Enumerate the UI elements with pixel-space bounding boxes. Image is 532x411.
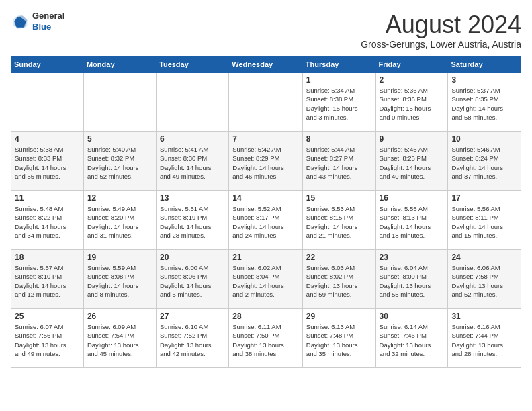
day-number: 31 xyxy=(451,312,517,321)
title-section: August 2024 Gross-Gerungs, Lower Austria… xyxy=(361,11,521,50)
day-number: 11 xyxy=(15,193,80,203)
logo-blue-text: Blue xyxy=(32,21,64,32)
calendar-cell xyxy=(229,73,303,132)
day-number: 26 xyxy=(87,312,152,321)
day-info: Sunrise: 5:55 AM Sunset: 8:13 PM Dayligh… xyxy=(380,204,445,240)
day-info: Sunrise: 6:02 AM Sunset: 8:04 PM Dayligh… xyxy=(232,263,299,299)
day-info: Sunrise: 5:44 AM Sunset: 8:27 PM Dayligh… xyxy=(306,145,372,181)
day-info: Sunrise: 5:42 AM Sunset: 8:29 PM Dayligh… xyxy=(232,145,299,181)
day-info: Sunrise: 5:37 AM Sunset: 8:35 PM Dayligh… xyxy=(451,86,517,122)
page-container: General Blue August 2024 Gross-Gerungs, … xyxy=(11,11,521,368)
calendar-cell: 6Sunrise: 5:41 AM Sunset: 8:30 PM Daylig… xyxy=(157,132,229,191)
calendar-cell: 3Sunrise: 5:37 AM Sunset: 8:35 PM Daylig… xyxy=(448,73,521,132)
calendar-cell: 22Sunrise: 6:03 AM Sunset: 8:02 PM Dayli… xyxy=(302,250,375,309)
day-number: 30 xyxy=(380,312,445,321)
day-info: Sunrise: 6:07 AM Sunset: 7:56 PM Dayligh… xyxy=(15,322,80,358)
day-number: 9 xyxy=(380,134,445,144)
calendar-cell: 4Sunrise: 5:38 AM Sunset: 8:33 PM Daylig… xyxy=(11,132,84,191)
subtitle: Gross-Gerungs, Lower Austria, Austria xyxy=(361,39,521,50)
day-number: 29 xyxy=(306,312,372,321)
day-info: Sunrise: 5:48 AM Sunset: 8:22 PM Dayligh… xyxy=(15,204,80,240)
day-info: Sunrise: 6:09 AM Sunset: 7:54 PM Dayligh… xyxy=(87,322,152,358)
day-info: Sunrise: 5:36 AM Sunset: 8:36 PM Dayligh… xyxy=(380,86,445,122)
day-info: Sunrise: 6:00 AM Sunset: 8:06 PM Dayligh… xyxy=(160,263,225,299)
day-number: 28 xyxy=(232,312,299,321)
day-number: 27 xyxy=(160,312,225,321)
day-info: Sunrise: 5:45 AM Sunset: 8:25 PM Dayligh… xyxy=(380,145,445,181)
calendar-cell: 10Sunrise: 5:46 AM Sunset: 8:24 PM Dayli… xyxy=(448,132,521,191)
calendar-cell: 30Sunrise: 6:14 AM Sunset: 7:46 PM Dayli… xyxy=(375,309,448,368)
day-number: 8 xyxy=(306,134,372,144)
calendar-cell: 14Sunrise: 5:52 AM Sunset: 8:17 PM Dayli… xyxy=(229,191,303,250)
logo: General Blue xyxy=(11,11,64,32)
main-title: August 2024 xyxy=(361,11,521,39)
calendar-cell: 26Sunrise: 6:09 AM Sunset: 7:54 PM Dayli… xyxy=(83,309,156,368)
calendar-cell xyxy=(83,73,156,132)
calendar-cell: 11Sunrise: 5:48 AM Sunset: 8:22 PM Dayli… xyxy=(11,191,84,250)
day-info: Sunrise: 5:59 AM Sunset: 8:08 PM Dayligh… xyxy=(87,263,152,299)
logo-text: General Blue xyxy=(32,11,64,32)
day-number: 25 xyxy=(15,312,80,321)
calendar-cell: 7Sunrise: 5:42 AM Sunset: 8:29 PM Daylig… xyxy=(229,132,303,191)
calendar-cell: 16Sunrise: 5:55 AM Sunset: 8:13 PM Dayli… xyxy=(375,191,448,250)
calendar-table: SundayMondayTuesdayWednesdayThursdayFrid… xyxy=(11,56,521,368)
day-info: Sunrise: 5:46 AM Sunset: 8:24 PM Dayligh… xyxy=(451,145,517,181)
calendar-header-row: SundayMondayTuesdayWednesdayThursdayFrid… xyxy=(11,57,521,73)
calendar-cell: 1Sunrise: 5:34 AM Sunset: 8:38 PM Daylig… xyxy=(302,73,375,132)
logo-icon xyxy=(11,12,30,31)
day-number: 13 xyxy=(160,193,225,203)
day-number: 2 xyxy=(380,75,445,85)
day-info: Sunrise: 5:56 AM Sunset: 8:11 PM Dayligh… xyxy=(451,204,517,240)
weekday-header-tuesday: Tuesday xyxy=(157,57,229,73)
calendar-cell: 19Sunrise: 5:59 AM Sunset: 8:08 PM Dayli… xyxy=(83,250,156,309)
day-info: Sunrise: 5:38 AM Sunset: 8:33 PM Dayligh… xyxy=(15,145,80,181)
day-number: 12 xyxy=(87,193,152,203)
day-number: 16 xyxy=(380,193,445,203)
logo-general-text: General xyxy=(32,11,64,21)
day-number: 10 xyxy=(451,134,517,144)
day-info: Sunrise: 5:52 AM Sunset: 8:17 PM Dayligh… xyxy=(232,204,299,240)
day-number: 22 xyxy=(306,253,372,262)
calendar-cell: 27Sunrise: 6:10 AM Sunset: 7:52 PM Dayli… xyxy=(157,309,229,368)
day-number: 23 xyxy=(380,253,445,262)
day-number: 21 xyxy=(232,253,299,262)
day-info: Sunrise: 5:51 AM Sunset: 8:19 PM Dayligh… xyxy=(160,204,225,240)
calendar-cell xyxy=(157,73,229,132)
day-info: Sunrise: 6:03 AM Sunset: 8:02 PM Dayligh… xyxy=(306,263,372,299)
header: General Blue August 2024 Gross-Gerungs, … xyxy=(11,11,521,50)
weekday-header-sunday: Sunday xyxy=(11,57,84,73)
calendar-week-row: 1Sunrise: 5:34 AM Sunset: 8:38 PM Daylig… xyxy=(11,73,521,132)
day-number: 4 xyxy=(15,134,80,144)
day-info: Sunrise: 5:57 AM Sunset: 8:10 PM Dayligh… xyxy=(15,263,80,299)
day-number: 15 xyxy=(306,193,372,203)
calendar-cell: 9Sunrise: 5:45 AM Sunset: 8:25 PM Daylig… xyxy=(375,132,448,191)
calendar-cell xyxy=(11,73,84,132)
day-info: Sunrise: 5:41 AM Sunset: 8:30 PM Dayligh… xyxy=(160,145,225,181)
calendar-cell: 29Sunrise: 6:13 AM Sunset: 7:48 PM Dayli… xyxy=(302,309,375,368)
weekday-header-friday: Friday xyxy=(375,57,448,73)
day-info: Sunrise: 5:34 AM Sunset: 8:38 PM Dayligh… xyxy=(306,86,372,122)
day-number: 3 xyxy=(451,75,517,85)
calendar-cell: 24Sunrise: 6:06 AM Sunset: 7:58 PM Dayli… xyxy=(448,250,521,309)
day-info: Sunrise: 6:04 AM Sunset: 8:00 PM Dayligh… xyxy=(380,263,445,299)
day-info: Sunrise: 6:13 AM Sunset: 7:48 PM Dayligh… xyxy=(306,322,372,358)
calendar-week-row: 11Sunrise: 5:48 AM Sunset: 8:22 PM Dayli… xyxy=(11,191,521,250)
day-info: Sunrise: 5:49 AM Sunset: 8:20 PM Dayligh… xyxy=(87,204,152,240)
calendar-cell: 12Sunrise: 5:49 AM Sunset: 8:20 PM Dayli… xyxy=(83,191,156,250)
weekday-header-wednesday: Wednesday xyxy=(229,57,303,73)
calendar-cell: 23Sunrise: 6:04 AM Sunset: 8:00 PM Dayli… xyxy=(375,250,448,309)
calendar-cell: 17Sunrise: 5:56 AM Sunset: 8:11 PM Dayli… xyxy=(448,191,521,250)
calendar-cell: 15Sunrise: 5:53 AM Sunset: 8:15 PM Dayli… xyxy=(302,191,375,250)
day-info: Sunrise: 6:10 AM Sunset: 7:52 PM Dayligh… xyxy=(160,322,225,358)
day-info: Sunrise: 5:40 AM Sunset: 8:32 PM Dayligh… xyxy=(87,145,152,181)
day-info: Sunrise: 6:14 AM Sunset: 7:46 PM Dayligh… xyxy=(380,322,445,358)
calendar-cell: 13Sunrise: 5:51 AM Sunset: 8:19 PM Dayli… xyxy=(157,191,229,250)
day-number: 20 xyxy=(160,253,225,262)
day-info: Sunrise: 6:16 AM Sunset: 7:44 PM Dayligh… xyxy=(451,322,517,358)
day-info: Sunrise: 6:06 AM Sunset: 7:58 PM Dayligh… xyxy=(451,263,517,299)
weekday-header-saturday: Saturday xyxy=(448,57,521,73)
calendar-cell: 20Sunrise: 6:00 AM Sunset: 8:06 PM Dayli… xyxy=(157,250,229,309)
calendar-cell: 31Sunrise: 6:16 AM Sunset: 7:44 PM Dayli… xyxy=(448,309,521,368)
day-number: 5 xyxy=(87,134,152,144)
calendar-cell: 25Sunrise: 6:07 AM Sunset: 7:56 PM Dayli… xyxy=(11,309,84,368)
